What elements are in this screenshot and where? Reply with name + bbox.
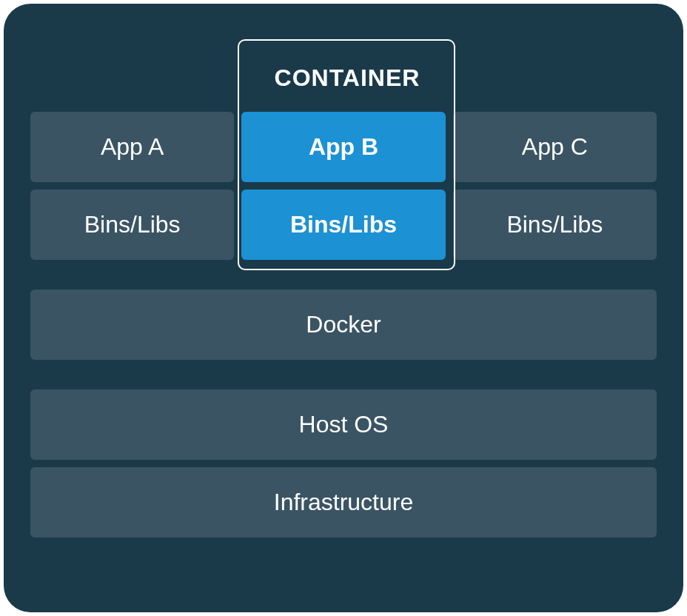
apps-row: App A App B App C [30,112,657,182]
host-os-row: Host OS [30,389,657,460]
app-c-cell: App C [453,112,657,182]
bins-libs-b-cell: Bins/Libs [241,190,445,260]
section-gap-1 [30,267,657,289]
infrastructure-cell: Infrastructure [30,467,657,538]
host-os-cell: Host OS [30,389,657,460]
app-b-cell: App B [241,112,445,182]
bins-libs-c-cell: Bins/Libs [453,190,657,260]
section-gap-2 [30,367,657,389]
docker-row: Docker [30,289,657,360]
libs-row: Bins/Libs Bins/Libs Bins/Libs [30,190,657,260]
top-spacer [30,30,657,112]
infrastructure-row: Infrastructure [30,467,657,538]
app-a-cell: App A [30,112,234,182]
architecture-panel: App A App B App C Bins/Libs Bins/Libs Bi… [4,4,683,612]
docker-cell: Docker [30,289,657,360]
bins-libs-a-cell: Bins/Libs [30,190,234,260]
